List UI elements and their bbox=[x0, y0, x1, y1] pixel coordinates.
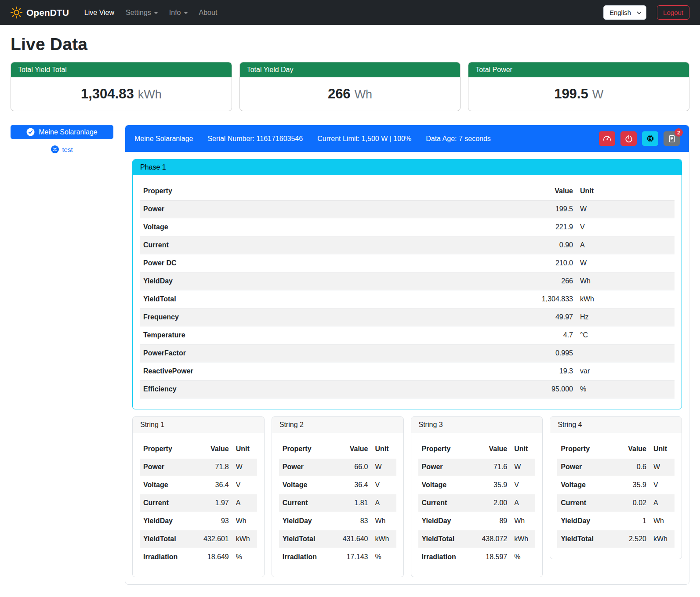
table-header-row: Property Value Unit bbox=[140, 182, 675, 200]
table-row: Voltage 221.9 V bbox=[140, 218, 675, 236]
column-header-property: Property bbox=[279, 440, 337, 458]
property-cell: YieldDay bbox=[557, 512, 615, 530]
summary-unit: kWh bbox=[138, 88, 162, 101]
unit-cell: Wh bbox=[232, 512, 257, 530]
property-cell: Current bbox=[140, 236, 511, 254]
table-row: YieldTotal 432.601 kWh bbox=[140, 530, 257, 548]
summary-card-title: Total Power bbox=[468, 62, 689, 77]
unit-cell: A bbox=[577, 236, 675, 254]
value-cell: 18.649 bbox=[197, 548, 232, 566]
unit-cell: Hz bbox=[577, 308, 675, 326]
value-cell: 0.995 bbox=[511, 344, 577, 362]
inverter-active-label: Meine Solaranlage bbox=[39, 128, 97, 136]
unit-cell: A bbox=[650, 494, 675, 512]
property-cell: Temperature bbox=[140, 326, 511, 344]
string-3-table: Property Value Unit Power 71.6 W Voltage… bbox=[418, 440, 536, 566]
event-count-badge: 2 bbox=[675, 128, 683, 137]
value-cell: 2.520 bbox=[615, 530, 650, 548]
table-row: PowerFactor 0.995 bbox=[140, 344, 675, 362]
device-info-button[interactable] bbox=[642, 131, 658, 146]
unit-cell: A bbox=[232, 494, 257, 512]
unit-cell: kWh bbox=[232, 530, 257, 548]
property-cell: Voltage bbox=[140, 218, 511, 236]
power-icon bbox=[625, 135, 633, 143]
string-3-title: String 3 bbox=[411, 417, 543, 433]
table-row: YieldTotal 2.520 kWh bbox=[557, 530, 675, 548]
property-cell: YieldTotal bbox=[140, 530, 197, 548]
main-row: Meine Solaranlage test Meine Solaranlage… bbox=[11, 125, 689, 585]
unit-cell: W bbox=[232, 458, 257, 476]
x-circle-icon bbox=[51, 145, 59, 153]
property-cell: Current bbox=[557, 494, 615, 512]
nav-item-settings-label: Settings bbox=[126, 9, 151, 16]
table-header-row: Property Value Unit bbox=[279, 440, 396, 458]
unit-cell: kWh bbox=[650, 530, 675, 548]
caret-down-icon bbox=[184, 12, 188, 14]
column-header-property: Property bbox=[418, 440, 476, 458]
nav-item-settings[interactable]: Settings bbox=[120, 5, 163, 20]
inverter-name: Meine Solaranlage bbox=[134, 135, 193, 143]
nav-links: Live View Settings Info About bbox=[79, 5, 223, 20]
table-row: Voltage 36.4 V bbox=[140, 476, 257, 494]
language-select[interactable]: English bbox=[603, 5, 646, 20]
string-4-table: Property Value Unit Power 0.6 W Voltage … bbox=[557, 440, 675, 548]
phase-card: Phase 1 Property Value Unit Power bbox=[132, 159, 682, 409]
property-cell: Frequency bbox=[140, 308, 511, 326]
value-cell: 1 bbox=[615, 512, 650, 530]
summary-card-title: Total Yield Day bbox=[240, 62, 461, 77]
limit-settings-button[interactable] bbox=[599, 131, 615, 146]
unit-cell: % bbox=[511, 548, 535, 566]
column-header-unit: Unit bbox=[577, 182, 675, 200]
unit-cell: A bbox=[372, 494, 396, 512]
language-selected-value: English bbox=[609, 9, 631, 16]
brand[interactable]: OpenDTU bbox=[11, 7, 69, 18]
property-cell: Current bbox=[279, 494, 337, 512]
speedometer-icon bbox=[603, 134, 611, 143]
inverter-test-label: test bbox=[62, 146, 73, 153]
nav-item-live-view[interactable]: Live View bbox=[79, 5, 120, 20]
property-cell: Voltage bbox=[279, 476, 337, 494]
inverter-select-test[interactable]: test bbox=[11, 145, 113, 153]
property-cell: YieldDay bbox=[140, 512, 197, 530]
value-cell: 1.97 bbox=[197, 494, 232, 512]
table-row: YieldTotal 431.640 kWh bbox=[279, 530, 396, 548]
inverter-panel-header: Meine Solaranlage Serial Number: 1161716… bbox=[125, 125, 689, 152]
summary-card-body: 266Wh bbox=[240, 77, 461, 111]
property-cell: Current bbox=[140, 494, 197, 512]
inverter-panel: Meine Solaranlage Serial Number: 1161716… bbox=[125, 125, 689, 585]
table-row: Current 0.02 A bbox=[557, 494, 675, 512]
unit-cell: A bbox=[511, 494, 535, 512]
summary-card: Total Yield Total 1,304.83kWh bbox=[11, 62, 232, 111]
column-header-value: Value bbox=[475, 440, 511, 458]
unit-cell: kWh bbox=[511, 530, 535, 548]
column-header-value: Value bbox=[511, 182, 577, 200]
page-content: Live Data Total Yield Total 1,304.83kWh … bbox=[0, 35, 700, 585]
table-row: YieldDay 89 Wh bbox=[418, 512, 536, 530]
property-cell: Voltage bbox=[418, 476, 476, 494]
brand-title: OpenDTU bbox=[26, 7, 69, 18]
string-2-title: String 2 bbox=[272, 417, 403, 433]
summary-card-title: Total Yield Total bbox=[11, 62, 232, 77]
nav-item-about[interactable]: About bbox=[193, 5, 223, 20]
summary-card-body: 1,304.83kWh bbox=[11, 77, 232, 111]
sun-icon bbox=[11, 7, 22, 18]
inverter-select-active[interactable]: Meine Solaranlage bbox=[11, 125, 113, 139]
unit-cell: Wh bbox=[372, 512, 396, 530]
property-cell: Irradiation bbox=[140, 548, 197, 566]
value-cell: 266 bbox=[511, 272, 577, 290]
nav-item-info[interactable]: Info bbox=[163, 5, 193, 20]
string-4-table-body: Power 0.6 W Voltage 35.9 V Current 0.02 … bbox=[557, 458, 675, 548]
logout-button[interactable]: Logout bbox=[657, 5, 689, 20]
string-4-body: Property Value Unit Power 0.6 W Voltage … bbox=[550, 433, 682, 559]
value-cell: 432.601 bbox=[197, 530, 232, 548]
unit-cell bbox=[577, 344, 675, 362]
string-card-4: String 4 Property Value Unit bbox=[550, 416, 682, 559]
table-row: Power 0.6 W bbox=[557, 458, 675, 476]
table-row: Voltage 36.4 V bbox=[279, 476, 396, 494]
summary-value: 266 bbox=[328, 86, 351, 101]
event-log-button[interactable]: 2 bbox=[664, 131, 680, 146]
value-cell: 36.4 bbox=[337, 476, 372, 494]
power-button[interactable] bbox=[620, 131, 637, 146]
cpu-icon bbox=[646, 134, 654, 143]
property-cell: YieldDay bbox=[140, 272, 511, 290]
